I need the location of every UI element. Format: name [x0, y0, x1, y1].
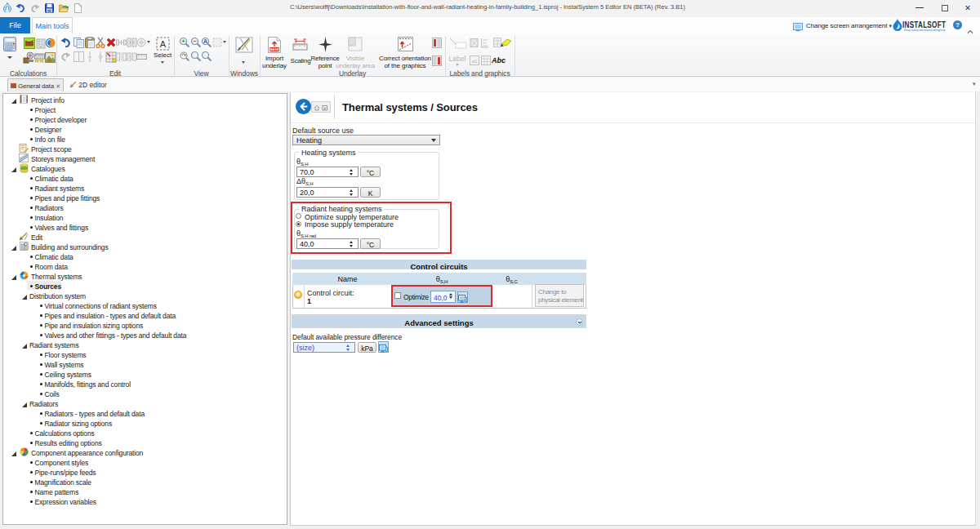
svg-text:A: A	[203, 38, 207, 44]
svg-text:a1: a1	[472, 59, 478, 64]
svg-text:−: −	[193, 38, 196, 44]
svg-text:A: A	[160, 39, 167, 49]
svg-text:BASE: BASE	[270, 47, 278, 51]
svg-text:+: +	[181, 38, 185, 44]
